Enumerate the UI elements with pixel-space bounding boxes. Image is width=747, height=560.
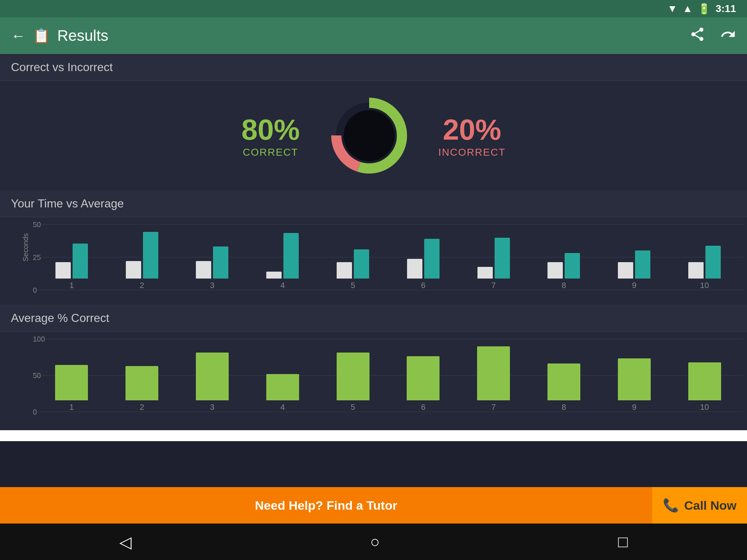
bar-group: 4 xyxy=(247,220,318,290)
white-bar xyxy=(126,261,141,279)
teal-bar xyxy=(354,249,369,279)
green-bar xyxy=(196,353,229,400)
correct-stat: 80% CORRECT xyxy=(241,113,300,158)
avg-chart-area: 100 50 0 12345678910 xyxy=(33,339,743,412)
tutor-help-text: Need Help? Find a Tutor xyxy=(0,487,652,524)
white-bar xyxy=(55,262,71,279)
redo-icon[interactable] xyxy=(720,26,736,46)
back-button[interactable]: ← xyxy=(11,28,26,44)
app-bar-left: ← 📋 Results xyxy=(11,27,689,44)
white-bar xyxy=(266,272,282,279)
donut-chart xyxy=(329,96,409,176)
avg-bar-label: 6 xyxy=(421,402,425,412)
nav-bar: ◁ ○ □ xyxy=(0,524,747,560)
avg-bar-label: 8 xyxy=(562,402,566,412)
page-title: Results xyxy=(57,27,108,44)
time-chart-section: 50 25 0 Seconds 12345678910 xyxy=(0,217,747,305)
incorrect-stat: 20% INCORRECT xyxy=(438,113,506,158)
white-bar xyxy=(196,261,211,279)
bar-label: 8 xyxy=(562,281,566,290)
bar-group: 10 xyxy=(669,220,740,290)
avg-bar-group: 9 xyxy=(599,335,669,412)
avg-bar-label: 4 xyxy=(280,402,285,412)
bar-group: 8 xyxy=(529,220,599,290)
avg-bar-label: 3 xyxy=(210,402,214,412)
green-bar xyxy=(547,363,580,400)
phone-icon: 📞 xyxy=(663,498,679,513)
bar-group: 5 xyxy=(318,220,388,290)
nav-back-button[interactable]: ◁ xyxy=(119,533,132,551)
correct-incorrect-header: Correct vs Incorrect xyxy=(0,54,747,81)
avg-bar-group: 6 xyxy=(388,335,458,412)
avg-bar-group: 4 xyxy=(247,335,318,412)
green-bar xyxy=(407,356,440,400)
avg-bar-label: 9 xyxy=(632,402,636,412)
avg-bar-label: 10 xyxy=(700,402,709,412)
teal-bar xyxy=(635,250,650,279)
signal-icon: ▲ xyxy=(682,3,693,15)
green-bar xyxy=(618,358,651,400)
teal-bar xyxy=(213,246,228,279)
incorrect-label: INCORRECT xyxy=(438,147,506,158)
status-bar: ▼ ▲ 🔋 3:11 xyxy=(0,0,747,18)
white-bar xyxy=(337,262,352,279)
call-now-button[interactable]: 📞 Call Now xyxy=(652,487,747,524)
bar-label: 10 xyxy=(700,281,709,290)
green-bar xyxy=(337,353,369,400)
white-bar xyxy=(618,262,633,279)
bar-group: 1 xyxy=(36,220,107,290)
battery-icon: 🔋 xyxy=(698,3,711,15)
green-bar xyxy=(266,374,299,400)
teal-bar xyxy=(495,238,510,279)
avg-bar-label: 1 xyxy=(69,402,74,412)
bar-group: 7 xyxy=(458,220,529,290)
bar-group: 3 xyxy=(177,220,248,290)
app-bar: ← 📋 Results xyxy=(0,18,747,54)
results-icon: 📋 xyxy=(33,28,50,44)
incorrect-percent: 20% xyxy=(438,113,506,147)
teal-bar xyxy=(283,233,299,279)
nav-recent-button[interactable]: □ xyxy=(618,533,628,551)
avg-bar-group: 8 xyxy=(529,335,599,412)
bar-label: 1 xyxy=(69,281,74,290)
green-bar xyxy=(55,365,88,400)
bar-label: 7 xyxy=(491,281,496,290)
time-display: 3:11 xyxy=(716,3,736,15)
avg-bar-group: 5 xyxy=(318,335,388,412)
share-icon[interactable] xyxy=(689,26,705,46)
donut-section: 80% CORRECT 20% INCORRECT xyxy=(0,81,747,190)
avg-bar-group: 2 xyxy=(107,335,177,412)
avg-bar-label: 7 xyxy=(491,402,496,412)
white-bar xyxy=(688,262,704,279)
green-bar xyxy=(125,366,158,400)
teal-bar xyxy=(705,246,721,279)
bar-group: 6 xyxy=(388,220,458,290)
avg-bar-label: 5 xyxy=(351,402,355,412)
teal-bar xyxy=(424,239,440,279)
white-bar xyxy=(547,262,563,279)
teal-bar xyxy=(565,253,580,279)
avg-bar-label: 2 xyxy=(140,402,144,412)
green-bar xyxy=(688,362,721,400)
call-now-label: Call Now xyxy=(684,498,737,513)
bar-group: 9 xyxy=(599,220,669,290)
avg-bar-group: 10 xyxy=(669,335,740,412)
bar-label: 4 xyxy=(280,281,285,290)
wifi-icon: ▼ xyxy=(667,3,678,15)
green-bar xyxy=(477,346,510,400)
time-chart-header: Your Time vs Average xyxy=(0,190,747,217)
avg-bar-group: 1 xyxy=(36,335,107,412)
nav-home-button[interactable]: ○ xyxy=(370,533,380,551)
white-bar xyxy=(477,267,493,279)
svg-point-3 xyxy=(344,110,395,161)
teal-bar xyxy=(143,232,158,279)
bar-label: 2 xyxy=(140,281,144,290)
bar-label: 3 xyxy=(210,281,214,290)
status-icons: ▼ ▲ 🔋 3:11 xyxy=(667,3,736,15)
teal-bar xyxy=(73,244,88,279)
avg-bars: 12345678910 xyxy=(33,339,743,412)
avg-bar-group: 3 xyxy=(177,335,248,412)
y-axis-label: Seconds xyxy=(22,233,30,262)
correct-label: CORRECT xyxy=(241,147,300,158)
time-bars: 12345678910 xyxy=(33,225,743,290)
